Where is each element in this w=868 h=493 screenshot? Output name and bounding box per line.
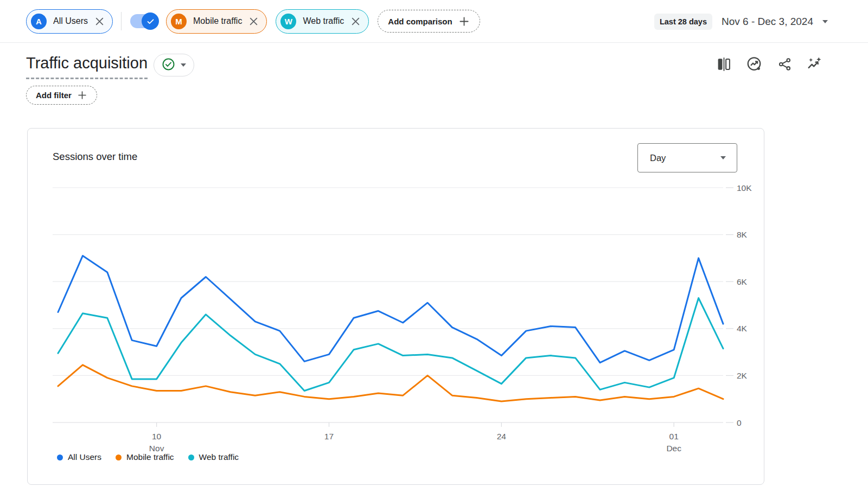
- legend-dot: [188, 454, 194, 460]
- x-tick-label: 01: [669, 432, 679, 441]
- granularity-select[interactable]: Day: [637, 143, 737, 172]
- comparison-bar: A All Users M Mobile traffic W Web traff…: [0, 0, 868, 43]
- comparison-avatar-a: A: [31, 14, 47, 29]
- x-tick-label: 24: [497, 432, 507, 441]
- y-tick-label: 4K: [737, 324, 748, 333]
- saved-check-icon: [162, 57, 175, 73]
- report-toolbar: [716, 56, 823, 72]
- share-icon[interactable]: [776, 56, 793, 72]
- sparkle-insights-icon[interactable]: [807, 56, 823, 72]
- add-comparison-label: Add comparison: [388, 17, 452, 26]
- comparison-chip-all-users[interactable]: A All Users: [26, 9, 113, 34]
- comparison-chip-web-traffic[interactable]: W Web traffic: [276, 9, 369, 34]
- remove-comparison-icon[interactable]: [95, 17, 104, 26]
- y-tick-label: 10K: [737, 183, 752, 193]
- chevron-down-icon: [720, 156, 726, 159]
- y-tick-label: 2K: [737, 371, 748, 380]
- page-title: Traffic acquisition: [26, 52, 148, 79]
- x-tick-sublabel: Nov: [149, 444, 164, 453]
- date-range-preset: Last 28 days: [654, 14, 712, 30]
- plus-icon: [77, 90, 87, 100]
- y-tick-label: 8K: [737, 230, 748, 239]
- comparison-label: Mobile traffic: [193, 16, 242, 26]
- date-range-picker[interactable]: Last 28 days Nov 6 - Dec 3, 2024: [654, 0, 828, 43]
- add-filter-button[interactable]: Add filter: [26, 86, 97, 105]
- comparison-label: Web traffic: [303, 16, 344, 26]
- granularity-value: Day: [650, 153, 666, 163]
- legend-dot: [116, 454, 122, 460]
- y-tick-label: 0: [737, 418, 742, 427]
- comparison-avatar-m: M: [171, 14, 187, 29]
- legend-item-web-traffic: Web traffic: [188, 452, 239, 462]
- y-tick-label: 6K: [737, 277, 748, 286]
- compare-panels-icon[interactable]: [716, 56, 732, 72]
- chart-title: Sessions over time: [53, 151, 137, 163]
- series-line-all-users: [58, 256, 723, 363]
- chevron-down-icon: [181, 63, 186, 67]
- remove-comparison-icon[interactable]: [351, 17, 360, 26]
- chart-legend: All Users Mobile traffic Web traffic: [57, 452, 239, 462]
- add-comparison-button[interactable]: Add comparison: [378, 10, 480, 33]
- report-status-menu[interactable]: [154, 54, 194, 76]
- insights-icon[interactable]: [746, 56, 762, 72]
- sessions-line-chart[interactable]: 10K8K6K4K2K010Nov172401Dec: [28, 183, 764, 470]
- comparison-label: All Users: [53, 16, 88, 26]
- add-filter-label: Add filter: [36, 91, 72, 100]
- x-tick-label: 17: [324, 432, 334, 441]
- comparison-avatar-w: W: [280, 14, 296, 29]
- comparison-chip-mobile-traffic[interactable]: M Mobile traffic: [166, 9, 267, 34]
- x-tick-sublabel: Dec: [666, 444, 681, 453]
- x-tick-label: 10: [152, 432, 162, 441]
- remove-comparison-icon[interactable]: [249, 17, 258, 26]
- date-range-value: Nov 6 - Dec 3, 2024: [722, 16, 813, 28]
- legend-item-mobile-traffic: Mobile traffic: [116, 452, 174, 462]
- comparison-toggle[interactable]: [130, 14, 155, 28]
- plus-icon: [458, 16, 470, 27]
- sessions-over-time-card: Sessions over time Day 10K8K6K4K2K010Nov…: [27, 128, 764, 485]
- chevron-down-icon: [822, 20, 828, 23]
- report-header: Traffic acquisition: [26, 52, 194, 79]
- legend-item-all-users: All Users: [57, 452, 101, 462]
- divider: [121, 12, 122, 30]
- legend-dot: [57, 454, 63, 460]
- toggle-thumb-check-icon: [142, 12, 159, 30]
